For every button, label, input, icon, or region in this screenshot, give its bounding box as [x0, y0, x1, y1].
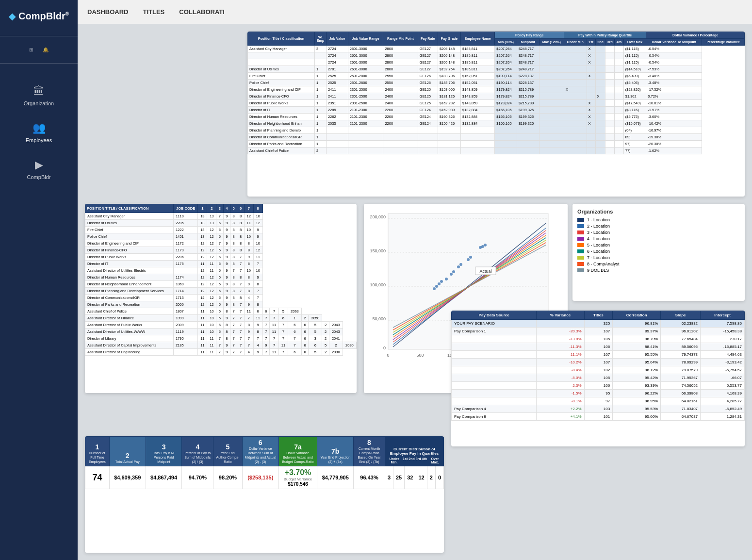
bottom-summary-panel: 1Number of Full Time Employees 2Total Ac…	[85, 436, 444, 553]
col-header-no: No.Emp	[314, 32, 326, 46]
employees-icon: 👥	[33, 122, 46, 134]
org-legend-item: 5 - Location	[577, 243, 740, 247]
value-current-compa: 96.43%	[354, 466, 385, 489]
value-quartile-1st: 25	[393, 466, 405, 489]
table-row: Director of Finance-CFO124112301-2500240…	[248, 93, 745, 100]
col-1-header: 1Number of Full Time Employees	[85, 437, 110, 466]
col-correlation: Correlation	[613, 311, 661, 320]
col-header-empname: Employee Name	[460, 32, 494, 46]
col-header-position: Position Title / Classification	[248, 32, 315, 46]
svg-point-29	[481, 245, 484, 248]
org-legend-item: 7 - Location	[577, 255, 740, 260]
svg-point-39	[435, 285, 438, 288]
org-color	[577, 262, 584, 266]
svg-point-37	[440, 280, 443, 283]
col-pay-source: Pay Data Source	[452, 311, 537, 320]
value-quartile-under: 3	[385, 466, 393, 489]
svg-text:0: 0	[383, 346, 386, 350]
org-legend-title: Organizations	[577, 209, 740, 214]
org-legend-item: 6 - Location	[577, 249, 740, 254]
table-row: Director of Neighborhood Enhancement1869…	[85, 281, 357, 288]
col-header-grade: Pay Grade	[438, 32, 460, 46]
table-row: Director of Utilities2205131369881112	[85, 220, 357, 227]
nav-dashboard[interactable]: DASHBOARD	[87, 8, 129, 16]
table-row: -11.3%10688.41%89.56096-15,885.17	[452, 343, 745, 351]
policy-range-table: Position Title / Classification No.Emp J…	[247, 32, 745, 197]
pay-source-table: Pay Data Source % Variance Titles Correl…	[451, 311, 745, 421]
summary-table: 1Number of Full Time Employees 2Total Ac…	[85, 436, 444, 489]
table-row: Police Chief125252501-28002550GE126$183,…	[248, 80, 745, 86]
organizations-legend: Organizations 1 - Location2 - Location3 …	[572, 204, 745, 301]
col-min: Min (80%)	[495, 39, 517, 46]
logo-symbol: ◆	[9, 12, 16, 21]
table-row: Assistant Director of Engineering1111797…	[85, 349, 357, 356]
svg-point-40	[433, 287, 436, 290]
table-row: Director of Communications/IGR189)-19.30…	[248, 134, 745, 141]
svg-point-34	[452, 270, 455, 273]
table-row: Director of Public Works123512301-250024…	[248, 100, 745, 107]
col-grade-8: 8	[253, 204, 262, 213]
compbldr-icon: ▶	[35, 159, 43, 171]
org-legend-item: 4 - Location	[577, 236, 740, 241]
col-header-jobval: Job Value	[326, 32, 348, 46]
org-legend-item: 9 DOL BLS	[577, 268, 740, 273]
col-intercept: Intercept	[701, 311, 745, 320]
sidebar-item-employees[interactable]: 👥 Employees	[0, 114, 78, 151]
value-actual-pay: $4,609,359	[109, 466, 146, 489]
org-label: 4 - Location	[587, 236, 610, 241]
sidebar-item-compbldr[interactable]: ▶ CompBldr	[0, 151, 78, 188]
org-label: 7 - Location	[587, 255, 610, 260]
svg-text:500: 500	[416, 353, 424, 358]
org-color	[577, 243, 584, 247]
table-row: Assistant Director of Capital Improvemen…	[85, 342, 357, 349]
col-6-header: 6Dollar Variance Between Sum of Midpoint…	[242, 437, 278, 466]
sidebar-label-compbldr: CompBldr	[27, 174, 51, 180]
nav-collaborati[interactable]: COLLABORATI	[179, 8, 225, 16]
sidebar-menu: 🏛 Organization 👥 Employees ▶ CompBldr	[0, 77, 78, 188]
table-row: Director of Engineering and CIP117212127…	[85, 240, 357, 247]
col-4-header: 4Percent of Pay to Sum of Midpoints (2) …	[182, 437, 213, 466]
table-row: Assistant Director of Finance18991110597…	[85, 315, 357, 322]
company-logo: ◆ CompBldr®	[4, 10, 74, 22]
sidebar-divider-top	[0, 36, 78, 36]
svg-point-35	[450, 273, 453, 276]
col-over: Over Max	[623, 39, 646, 46]
col-header-policy-range: Policy Pay Range	[495, 32, 564, 39]
nav-titles[interactable]: TITLES	[143, 8, 165, 16]
table-row: -0.1%9796.95%64.821614,285.77	[452, 397, 745, 405]
svg-text:200,000: 200,000	[370, 214, 386, 219]
org-color	[577, 256, 584, 260]
value-pct-midpoints: 94.70%	[182, 466, 213, 489]
value-dollar-variance: ($258,135)	[242, 466, 278, 489]
bell-icon[interactable]: 🔔	[40, 45, 51, 54]
col-5-header: 5Year End Author-Compa-Ratio	[213, 437, 243, 466]
value-quartile-over: 0	[435, 466, 443, 489]
value-employees: 74	[85, 466, 110, 489]
org-legend-item: 8 - CompAnalyst	[577, 262, 740, 266]
table-row: -8.4%10296.12%79.07579-5,754.57	[452, 366, 745, 374]
org-color	[577, 237, 584, 241]
table-row: -5.0%10595.42%71.95367-66.07	[452, 374, 745, 382]
org-label: 3 - Location	[587, 230, 610, 235]
table-row: Fire Chief122213126988109	[85, 227, 357, 233]
col-grade-2: 2	[207, 204, 216, 213]
budget-variance-pct: +3.70%	[285, 468, 311, 477]
col-grade-3: 3	[216, 204, 223, 213]
position-grades-table: POSITION TITLE / CLASSIFICATION JOB CODE…	[85, 204, 357, 356]
svg-point-30	[469, 256, 472, 259]
pay-source-panel: Pay Data Source % Variance Titles Correl…	[451, 311, 745, 446]
col-slope: Slope	[661, 311, 701, 320]
col-grade-6: 6	[237, 204, 244, 213]
organization-icon: 🏛	[33, 85, 44, 98]
col-header-range: Job Value Range	[348, 32, 383, 46]
table-row: -11.1%10795.55%79.74373-4,494.63	[452, 351, 745, 359]
table-row: Pay Comparison 1-20.3%10789.37%96.01202-…	[452, 328, 745, 335]
grid-icon[interactable]: ⊞	[26, 45, 36, 54]
col-pct-variance: % Variance	[537, 311, 584, 320]
sidebar-item-organization[interactable]: 🏛 Organization	[0, 77, 78, 114]
budget-variance-dollar: $170,546	[281, 481, 315, 487]
table-row: Director of IT122892101-23002200GE124$16…	[248, 107, 745, 114]
table-row: Assistant Director of Public Works230911…	[85, 322, 357, 329]
col-grade-1: 1	[198, 204, 207, 213]
table-row: Director of Parks and Recreation197)-20.…	[248, 141, 745, 148]
